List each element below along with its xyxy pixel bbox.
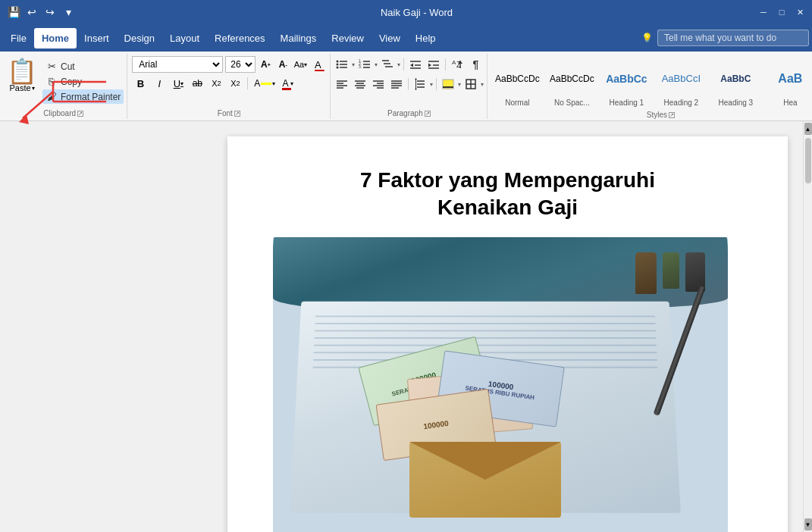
cut-button[interactable]: ✂ Cut <box>42 59 124 74</box>
menu-help[interactable]: Help <box>408 28 444 49</box>
align-left-button[interactable] <box>334 76 350 92</box>
maximize-button[interactable]: □ <box>776 6 788 18</box>
multilevel-list-button[interactable] <box>379 56 396 73</box>
figurine-2 <box>663 252 679 289</box>
format-painter-label: Format Painter <box>61 92 121 102</box>
paste-button[interactable]: 📋 Paste ▾ <box>3 56 41 95</box>
strikethrough-icon: ab <box>193 78 202 89</box>
scrollbar-down-arrow[interactable]: ▼ <box>804 518 812 530</box>
change-case-button[interactable]: Aa▾ <box>293 57 308 72</box>
menu-layout[interactable]: Layout <box>162 28 207 49</box>
scrollbar-up-arrow[interactable]: ▲ <box>804 123 812 135</box>
style-heading2-preview: AaBbCcI <box>657 58 705 99</box>
styles-group: AaBbCcDc Normal AaBbCcDc No Spac... <box>488 53 812 119</box>
font-family-select[interactable]: Arial <box>132 56 223 73</box>
help-search-input[interactable] <box>657 30 809 46</box>
minimize-button[interactable]: ─ <box>757 6 770 18</box>
bullet-dropdown[interactable]: ▾ <box>352 61 355 68</box>
redo-icon[interactable]: ↪ <box>42 5 58 20</box>
customize-quick-access-icon[interactable]: ▾ <box>61 5 76 20</box>
align-right-button[interactable] <box>370 76 387 92</box>
style-heading1-preview: AaBbCc <box>602 58 651 99</box>
font-group-label: Font ↗ <box>127 109 330 119</box>
book-line <box>315 323 655 324</box>
format-painter-button[interactable]: 🖌 Format Painter <box>42 89 124 104</box>
font-expand-icon[interactable]: ↗ <box>234 111 240 117</box>
style-heading-extra[interactable]: AaB Hea <box>763 55 812 109</box>
undo-icon[interactable]: ↩ <box>24 5 39 20</box>
multilevel-dropdown[interactable]: ▾ <box>397 61 400 68</box>
document-title-line1: 7 Faktor yang Mempengaruhi <box>360 168 655 192</box>
book-line <box>314 344 657 346</box>
menu-file[interactable]: File <box>3 28 34 49</box>
font-color-dropdown-arrow: ▾ <box>290 80 293 87</box>
title-bar: 💾 ↩ ↪ ▾ Naik Gaji - Word ─ □ ✕ <box>0 0 812 24</box>
style-heading1-label: Heading 1 <box>610 99 644 107</box>
borders-dropdown[interactable]: ▾ <box>481 81 484 88</box>
close-button[interactable]: ✕ <box>794 6 806 18</box>
bold-button[interactable]: B <box>132 75 149 92</box>
menu-review[interactable]: Review <box>324 28 372 49</box>
document-title-line2: Kenaikan Gaji <box>437 196 578 219</box>
style-heading1[interactable]: AaBbCc Heading 1 <box>600 55 653 109</box>
line-spacing-button[interactable] <box>412 76 428 92</box>
menu-mailings[interactable]: Mailings <box>273 28 324 49</box>
save-icon[interactable]: 💾 <box>6 5 21 20</box>
svg-text:3.: 3. <box>359 64 362 69</box>
decrease-font-size-button[interactable]: A- <box>275 57 290 72</box>
increase-font-size-button[interactable]: A+ <box>258 57 273 72</box>
numbering-dropdown[interactable]: ▾ <box>375 61 378 68</box>
style-no-spacing[interactable]: AaBbCcDc No Spac... <box>545 55 598 109</box>
sort-button[interactable]: AZ <box>449 56 466 73</box>
underline-button[interactable]: U▾ <box>170 75 187 92</box>
lightbulb-icon: 💡 <box>641 33 653 43</box>
style-normal[interactable]: AaBbCcDc Normal <box>491 55 544 109</box>
font-color-button[interactable]: A ▾ <box>280 77 296 89</box>
svg-point-0 <box>337 61 339 63</box>
svg-marker-20 <box>428 64 431 67</box>
italic-button[interactable]: I <box>151 75 168 92</box>
scrollbar-thumb[interactable] <box>805 138 811 183</box>
increase-indent-button[interactable] <box>425 56 442 73</box>
highlight-color-bar <box>261 83 271 85</box>
paragraph-row-2: ▾ ▾ ▾ <box>334 76 484 92</box>
align-center-button[interactable] <box>352 76 368 92</box>
superscript-button[interactable]: X2 <box>227 75 243 92</box>
clear-formatting-button[interactable]: A <box>310 57 325 72</box>
menu-insert[interactable]: Insert <box>77 28 117 49</box>
style-heading2[interactable]: AaBbCcI Heading 2 <box>654 55 707 109</box>
style-heading3-preview: AaBbC <box>711 58 760 99</box>
left-panel <box>0 121 212 532</box>
strikethrough-button[interactable]: ab <box>189 75 205 92</box>
subscript-button[interactable]: X2 <box>208 75 224 92</box>
figurine-3 <box>685 252 705 292</box>
copy-icon: ⎘ <box>45 76 58 87</box>
menu-view[interactable]: View <box>372 28 408 49</box>
decrease-indent-button[interactable] <box>407 56 424 73</box>
style-heading2-label: Heading 2 <box>664 99 699 107</box>
vertical-scrollbar[interactable]: ▲ ▼ <box>803 121 812 532</box>
svg-marker-47 <box>415 89 417 90</box>
justify-button[interactable] <box>388 76 405 92</box>
copy-button[interactable]: ⎘ Copy <box>42 74 124 89</box>
style-heading3[interactable]: AaBbC Heading 3 <box>709 55 762 109</box>
window-title: Naik Gaji - Word <box>381 7 453 18</box>
shading-dropdown[interactable]: ▾ <box>458 81 461 88</box>
ribbon: 📋 Paste ▾ ✂ Cut ⎘ Copy <box>0 52 812 121</box>
show-paragraph-button[interactable]: ¶ <box>467 56 484 73</box>
menu-references[interactable]: References <box>207 28 272 49</box>
document-page: 7 Faktor yang Mempengaruhi Kenaikan Gaji <box>227 136 788 532</box>
bullet-list-button[interactable] <box>334 56 350 73</box>
clipboard-expand-icon[interactable]: ↗ <box>77 111 83 117</box>
window-controls: ─ □ ✕ <box>757 6 806 18</box>
borders-button[interactable] <box>462 76 479 92</box>
styles-expand-icon[interactable]: ↗ <box>669 112 675 118</box>
paragraph-expand-icon[interactable]: ↗ <box>425 111 431 117</box>
menu-design[interactable]: Design <box>117 28 162 49</box>
shading-button[interactable] <box>440 76 456 92</box>
numbered-list-button[interactable]: 1.2.3. <box>356 56 373 73</box>
font-size-select[interactable]: 26 <box>225 56 256 73</box>
text-highlight-button[interactable]: A ▾ <box>252 77 277 89</box>
menu-home[interactable]: Home <box>34 28 77 49</box>
line-spacing-dropdown[interactable]: ▾ <box>430 81 433 88</box>
